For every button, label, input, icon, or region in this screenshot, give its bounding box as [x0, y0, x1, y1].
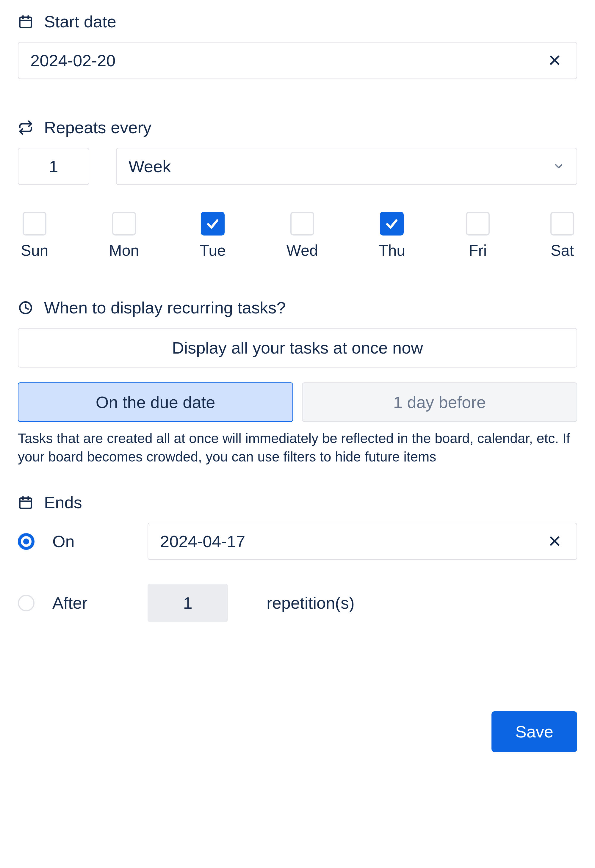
day-tue: Tue [200, 212, 226, 259]
ends-label: Ends [44, 493, 82, 512]
ends-after-suffix: repetition(s) [266, 593, 355, 613]
calendar-icon [18, 14, 33, 30]
day-tue-checkbox[interactable] [201, 212, 225, 236]
day-mon-label: Mon [109, 241, 139, 259]
ends-after-row: After 1 repetition(s) [18, 584, 577, 622]
repeats-label-row: Repeats every [18, 118, 577, 137]
day-wed-label: Wed [287, 241, 318, 259]
day-thu-checkbox[interactable] [380, 212, 404, 236]
display-timing-segment: On the due date 1 day before [18, 382, 577, 422]
display-label-row: When to display recurring tasks? [18, 298, 577, 317]
day-sat: Sat [551, 212, 574, 259]
day-fri: Fri [466, 212, 490, 259]
day-sun-checkbox[interactable] [22, 212, 46, 236]
ends-after-radio[interactable] [18, 595, 34, 611]
repeats-label: Repeats every [44, 118, 151, 137]
day-fri-label: Fri [469, 241, 487, 259]
ends-on-date-input[interactable]: 2024-04-17 ✕ [148, 523, 577, 560]
repeat-count-input[interactable]: 1 [18, 148, 89, 185]
segment-1-day-before[interactable]: 1 day before [302, 382, 577, 422]
svg-rect-0 [20, 17, 31, 27]
day-sat-checkbox[interactable] [551, 212, 574, 236]
ends-after-count-input[interactable]: 1 [148, 584, 228, 622]
start-date-label: Start date [44, 12, 116, 31]
start-date-input[interactable]: 2024-02-20 ✕ [18, 42, 577, 79]
chevron-down-icon [553, 157, 565, 176]
ends-on-row: On 2024-04-17 ✕ [18, 523, 577, 560]
repeat-unit-select[interactable]: Week [116, 148, 577, 185]
ends-on-date-value: 2024-04-17 [160, 532, 245, 551]
clock-icon [18, 300, 33, 316]
save-button[interactable]: Save [491, 711, 577, 752]
ends-after-label: After [52, 593, 130, 613]
segment-on-due-date[interactable]: On the due date [18, 382, 293, 422]
display-label: When to display recurring tasks? [44, 298, 286, 317]
ends-on-label: On [52, 532, 130, 551]
day-fri-checkbox[interactable] [466, 212, 490, 236]
day-mon: Mon [109, 212, 139, 259]
day-tue-label: Tue [200, 241, 226, 259]
display-all-at-once-button[interactable]: Display all your tasks at once now [18, 328, 577, 368]
footer: Save [18, 711, 577, 752]
clear-end-date-icon[interactable]: ✕ [545, 532, 565, 551]
day-sun-label: Sun [21, 241, 49, 259]
ends-label-row: Ends [18, 493, 577, 512]
day-mon-checkbox[interactable] [112, 212, 136, 236]
calendar-icon [18, 495, 33, 510]
clear-start-date-icon[interactable]: ✕ [545, 51, 565, 70]
weekday-row: Sun Mon Tue Wed Thu Fri Sat [18, 212, 577, 259]
ends-on-radio[interactable] [18, 533, 34, 550]
start-date-label-row: Start date [18, 12, 577, 31]
day-thu-label: Thu [379, 241, 406, 259]
repeat-icon [18, 120, 33, 135]
day-sat-label: Sat [551, 241, 574, 259]
day-wed-checkbox[interactable] [290, 212, 314, 236]
start-date-value: 2024-02-20 [30, 51, 545, 70]
day-wed: Wed [287, 212, 318, 259]
svg-rect-5 [20, 498, 31, 508]
day-sun: Sun [21, 212, 49, 259]
repeat-unit-value: Week [129, 157, 171, 176]
day-thu: Thu [379, 212, 406, 259]
display-help-text: Tasks that are created all at once will … [18, 429, 577, 466]
